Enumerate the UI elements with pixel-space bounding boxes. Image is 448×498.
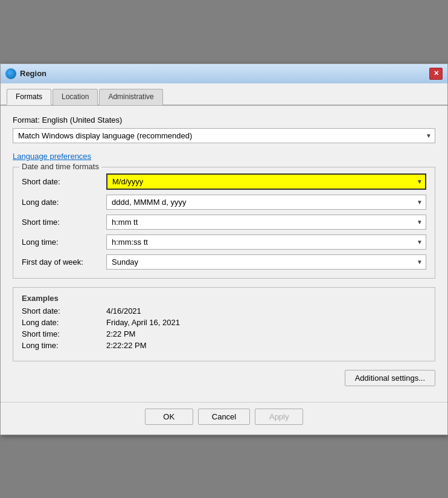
globe-icon <box>5 68 16 79</box>
content-area: Format: English (United States) Match Wi… <box>1 106 447 402</box>
short-time-control: h:mm tt H:mm ▼ <box>106 215 426 230</box>
title-bar-left: Region <box>5 68 46 79</box>
long-date-row: Long date: dddd, MMMM d, yyyy MMMM d, yy… <box>22 195 426 210</box>
short-time-example-label: Short time: <box>22 329 106 338</box>
short-date-example-row: Short date: 4/16/2021 <box>22 306 426 315</box>
additional-settings-button[interactable]: Additional settings... <box>345 370 435 386</box>
long-date-dropdown[interactable]: dddd, MMMM d, yyyy MMMM d, yyyy <box>106 195 426 210</box>
short-date-example-value: 4/16/2021 <box>106 306 141 315</box>
long-time-control: h:mm:ss tt H:mm:ss ▼ <box>106 234 426 250</box>
format-dropdown[interactable]: Match Windows display language (recommen… <box>13 128 435 143</box>
long-date-example-value: Friday, April 16, 2021 <box>106 318 180 327</box>
additional-btn-row: Additional settings... <box>13 370 435 386</box>
date-time-group: Date and time formats Short date: M/d/yy… <box>13 167 435 279</box>
apply-button[interactable]: Apply <box>255 409 303 425</box>
short-date-dropdown[interactable]: M/d/yyyy M/d/yy MM/dd/yy MM/dd/yyyy <box>106 173 426 190</box>
short-time-example-value: 2:22 PM <box>106 329 135 338</box>
short-time-row: Short time: h:mm tt H:mm ▼ <box>22 215 426 230</box>
short-date-label: Short date: <box>22 177 106 186</box>
footer-buttons: OK Cancel Apply <box>1 402 447 435</box>
long-time-label: Long time: <box>22 238 106 247</box>
long-time-example-row: Long time: 2:22:22 PM <box>22 341 426 350</box>
tab-location[interactable]: Location <box>53 89 98 105</box>
ok-button[interactable]: OK <box>145 409 193 425</box>
title-bar: Region ✕ <box>1 64 447 83</box>
short-time-label: Short time: <box>22 218 106 227</box>
examples-title: Examples <box>22 294 426 303</box>
examples-box: Examples Short date: 4/16/2021 Long date… <box>13 287 435 361</box>
tab-administrative[interactable]: Administrative <box>99 89 162 105</box>
format-label: Format: English (United States) <box>13 115 435 124</box>
long-time-example-value: 2:22:22 PM <box>106 341 147 350</box>
long-date-example-row: Long date: Friday, April 16, 2021 <box>22 318 426 327</box>
first-day-dropdown[interactable]: Sunday Monday Saturday <box>106 254 426 270</box>
long-date-label: Long date: <box>22 198 106 207</box>
language-preferences-link[interactable]: Language preferences <box>13 152 91 161</box>
first-day-control: Sunday Monday Saturday ▼ <box>106 254 426 270</box>
short-date-control: M/d/yyyy M/d/yy MM/dd/yy MM/dd/yyyy ▼ <box>106 173 426 190</box>
long-time-row: Long time: h:mm:ss tt H:mm:ss ▼ <box>22 234 426 250</box>
long-time-example-label: Long time: <box>22 341 106 350</box>
long-time-dropdown[interactable]: h:mm:ss tt H:mm:ss <box>106 234 426 250</box>
window-title: Region <box>20 69 46 78</box>
cancel-button[interactable]: Cancel <box>198 409 250 425</box>
first-day-row: First day of week: Sunday Monday Saturda… <box>22 254 426 270</box>
short-date-example-label: Short date: <box>22 306 106 315</box>
first-day-label: First day of week: <box>22 257 106 267</box>
tab-bar: Formats Location Administrative <box>1 83 447 106</box>
long-date-example-label: Long date: <box>22 318 106 327</box>
format-dropdown-wrapper: Match Windows display language (recommen… <box>13 128 435 143</box>
close-button[interactable]: ✕ <box>429 68 443 80</box>
region-window: Region ✕ Formats Location Administrative… <box>0 63 448 435</box>
short-time-example-row: Short time: 2:22 PM <box>22 329 426 338</box>
tab-formats[interactable]: Formats <box>7 89 51 105</box>
group-box-title: Date and time formats <box>19 162 101 171</box>
short-date-row: Short date: M/d/yyyy M/d/yy MM/dd/yy MM/… <box>22 173 426 190</box>
long-date-control: dddd, MMMM d, yyyy MMMM d, yyyy ▼ <box>106 195 426 210</box>
short-time-dropdown[interactable]: h:mm tt H:mm <box>106 215 426 230</box>
